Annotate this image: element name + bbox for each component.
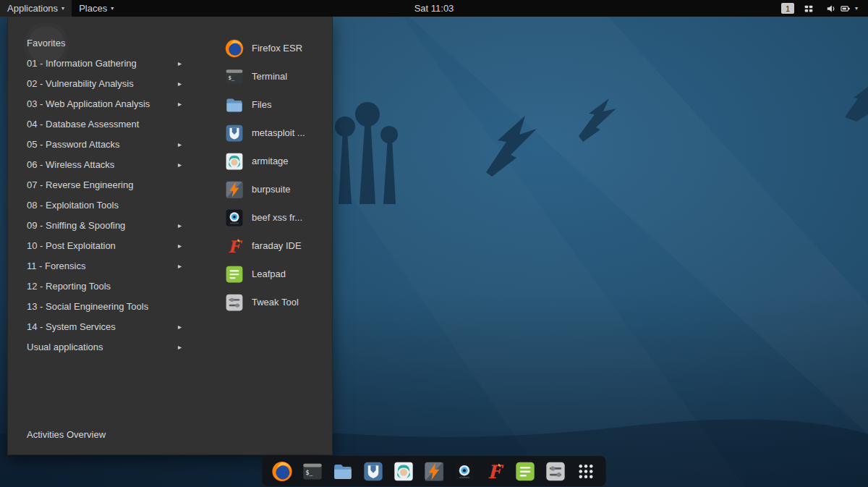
dock-item-metasploit[interactable] [363, 461, 384, 482]
favorite-burpsuite[interactable]: burpsuite [225, 175, 305, 203]
category-vulnerability-analysis[interactable]: 02 - Vulnerability Analysis ▸ [8, 73, 190, 93]
beef-xss-icon [454, 461, 475, 482]
burpsuite-icon [225, 180, 244, 199]
submenu-arrow-icon: ▸ [174, 262, 182, 270]
category-reverse-engineering[interactable]: 07 - Reverse Engineering [8, 174, 190, 195]
menu-category-label: 11 - Forensics [27, 261, 85, 271]
clock-label: Sat 11:03 [414, 3, 454, 14]
metasploit-icon [225, 124, 244, 143]
dock-item-beef-xss[interactable] [454, 461, 475, 482]
desktop: Applications ▾ Places ▾ Sat 11:03 1 ▾ [0, 0, 868, 487]
armitage-icon [225, 152, 244, 171]
category-web-application-analysis[interactable]: 03 - Web Application Analysis ▸ [8, 93, 190, 114]
beef-xss-icon [225, 208, 244, 227]
submenu-arrow-icon: ▸ [174, 221, 182, 229]
dock [263, 456, 606, 486]
menu-category-label: Favorites [27, 38, 65, 48]
category-reporting-tools[interactable]: 12 - Reporting Tools [8, 276, 190, 296]
terminal-icon [302, 461, 323, 482]
places-menu-button[interactable]: Places ▾ [72, 0, 121, 17]
favorite-beef-xss[interactable]: beef xss fr... [225, 203, 305, 232]
menu-category-label: 07 - Reverse Engineering [27, 179, 133, 190]
chevron-down-icon: ▾ [855, 6, 858, 12]
dock-item-leafpad[interactable] [515, 461, 536, 482]
menu-category-label: 12 - Reporting Tools [27, 281, 111, 292]
chevron-down-icon: ▾ [111, 6, 114, 12]
favorite-faraday-ide[interactable]: faraday IDE [225, 232, 305, 260]
category-system-services[interactable]: 14 - System Services ▸ [8, 316, 190, 336]
category-sniffing-spoofing[interactable]: 09 - Sniffing & Spoofing ▸ [8, 215, 190, 235]
dock-item-tweak-tool[interactable] [545, 461, 566, 482]
favorite-tweak-tool[interactable]: Tweak Tool [225, 288, 305, 316]
favorite-label: Tweak Tool [252, 297, 299, 308]
category-database-assessment[interactable]: 04 - Database Assessment [8, 114, 190, 134]
dock-item-firefox[interactable] [272, 461, 293, 482]
firefox-icon [225, 39, 244, 58]
show-applications-grid-icon [576, 461, 597, 482]
dock-item-files[interactable] [333, 461, 354, 482]
category-wireless-attacks[interactable]: 06 - Wireless Attacks ▸ [8, 154, 190, 174]
leafpad-icon [225, 265, 244, 284]
terminal-icon [225, 67, 244, 86]
category-forensics[interactable]: 11 - Forensics ▸ [8, 255, 190, 276]
system-status-menu[interactable]: ▾ [823, 0, 861, 17]
favorite-metasploit[interactable]: metasploit ... [225, 119, 305, 147]
clock-button[interactable]: Sat 11:03 [409, 0, 460, 17]
menu-category-label: 04 - Database Assessment [27, 119, 139, 130]
chevron-down-icon: ▾ [61, 6, 64, 12]
places-menu-label: Places [79, 3, 107, 14]
submenu-arrow-icon: ▸ [174, 100, 182, 108]
workspace-indicator[interactable]: 1 [781, 3, 794, 14]
category-social-engineering-tools[interactable]: 13 - Social Engineering Tools [8, 296, 190, 316]
battery-icon [841, 4, 851, 14]
tweak-tool-icon [545, 461, 566, 482]
dock-item-terminal[interactable] [302, 461, 323, 482]
category-exploitation-tools[interactable]: 08 - Exploitation Tools [8, 195, 190, 215]
menu-category-label: 13 - Social Engineering Tools [27, 301, 148, 312]
category-password-attacks[interactable]: 05 - Password Attacks ▸ [8, 134, 190, 154]
volume-icon [826, 4, 836, 14]
workspace-number: 1 [786, 4, 790, 13]
topbar-right-cluster: 1 ▾ [781, 0, 868, 17]
menu-category-label: 08 - Exploitation Tools [27, 200, 119, 211]
favorite-armitage[interactable]: armitage [225, 147, 305, 175]
favorite-firefox-esr[interactable]: Firefox ESR [225, 34, 305, 62]
favorite-files[interactable]: Files [225, 90, 305, 119]
menu-category-label: 01 - Information Gathering [27, 58, 137, 69]
favorite-label: Files [252, 99, 271, 110]
dock-item-show-applications[interactable] [576, 461, 597, 482]
category-list: Favorites 01 - Information Gathering ▸ 0… [8, 33, 196, 357]
submenu-arrow-icon: ▸ [174, 140, 182, 148]
favorite-label: Leafpad [252, 268, 286, 279]
tray-grid-icon[interactable] [804, 4, 814, 14]
tweak-tool-icon [225, 293, 244, 312]
applications-menu-button[interactable]: Applications ▾ [0, 0, 72, 17]
files-icon [225, 96, 244, 114]
favorite-label: metasploit ... [252, 127, 305, 138]
favorite-label: faraday IDE [252, 240, 302, 251]
category-favorites[interactable]: Favorites [8, 33, 190, 53]
dock-item-faraday[interactable] [485, 461, 506, 482]
menu-category-label: 10 - Post Exploitation [27, 240, 116, 251]
submenu-arrow-icon: ▸ [174, 323, 182, 331]
faraday-icon [485, 461, 506, 482]
applications-menu-panel: Favorites 01 - Information Gathering ▸ 0… [7, 17, 333, 455]
top-bar: Applications ▾ Places ▾ Sat 11:03 1 ▾ [0, 0, 868, 17]
favorite-label: Firefox ESR [252, 43, 302, 54]
faraday-icon [225, 237, 244, 255]
category-usual-applications[interactable]: Usual applications ▸ [8, 336, 190, 357]
submenu-arrow-icon: ▸ [174, 80, 182, 88]
activities-overview-button[interactable]: Activities Overview [27, 429, 106, 440]
armitage-icon [393, 461, 414, 482]
category-information-gathering[interactable]: 01 - Information Gathering ▸ [8, 53, 190, 73]
category-post-exploitation[interactable]: 10 - Post Exploitation ▸ [8, 235, 190, 255]
dock-item-burpsuite[interactable] [424, 461, 445, 482]
favorite-terminal[interactable]: Terminal [225, 62, 305, 90]
dock-item-armitage[interactable] [393, 461, 414, 482]
favorite-leafpad[interactable]: Leafpad [225, 260, 305, 288]
favorite-label: armitage [252, 156, 289, 166]
submenu-arrow-icon: ▸ [174, 242, 182, 250]
firefox-icon [272, 461, 293, 482]
activities-overview-label: Activities Overview [27, 429, 106, 440]
submenu-arrow-icon: ▸ [174, 343, 182, 351]
